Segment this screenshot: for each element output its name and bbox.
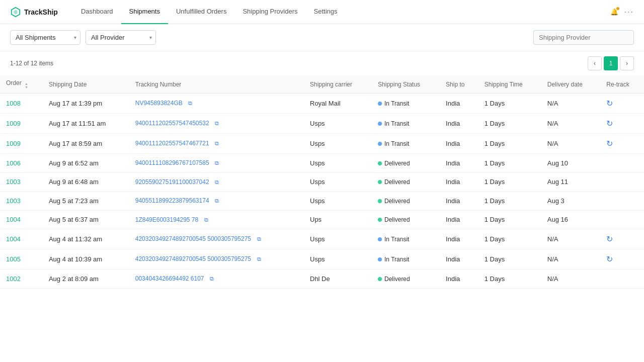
col-order: Order ▲ ▼ xyxy=(0,75,43,94)
cell-status-4: Delivered xyxy=(372,172,440,192)
nav-item-providers[interactable]: Shipping Providers xyxy=(234,0,305,24)
cell-order-2: 1009 xyxy=(0,134,43,154)
bell-button[interactable]: 🔔 xyxy=(610,8,618,16)
cell-carrier-7: Usps xyxy=(304,229,372,249)
order-link-1[interactable]: 1009 xyxy=(6,120,21,127)
cell-retrack-7: ↻ xyxy=(600,229,644,249)
copy-tracking-button-7[interactable]: ⧉ xyxy=(255,235,263,243)
cell-status-1: In Transit xyxy=(372,114,440,134)
status-badge-5: Delivered xyxy=(378,198,410,205)
tracking-link-9[interactable]: 0034043426694492 6107 xyxy=(135,275,204,282)
retrack-button-2[interactable]: ↻ xyxy=(606,139,613,148)
tracking-link-6[interactable]: 1Z849E6003194295 78 xyxy=(135,216,198,223)
status-label-6: Delivered xyxy=(384,216,410,223)
status-dot-0 xyxy=(378,102,382,106)
tracking-link-7[interactable]: 420320349274892700545 5000305795275 xyxy=(135,235,251,242)
col-shipping-date: Shipping Date xyxy=(43,75,129,94)
cell-time-3: 1 Days xyxy=(478,154,541,173)
nav-item-unfulfilled[interactable]: Unfulfilled Orders xyxy=(168,0,234,24)
cell-time-9: 1 Days xyxy=(478,269,541,289)
copy-tracking-button-8[interactable]: ⧉ xyxy=(255,255,263,263)
tracking-link-1[interactable]: 9400111202557547450532 xyxy=(135,120,209,127)
tracking-link-2[interactable]: 9400111202557547467721 xyxy=(135,140,209,147)
copy-tracking-button-9[interactable]: ⧉ xyxy=(208,275,216,283)
col-delivery-date: Delivery date xyxy=(541,75,601,94)
table-row: 1004 Aug 5 at 6:37 am 1Z849E6003194295 7… xyxy=(0,210,644,229)
cell-carrier-6: Ups xyxy=(304,210,372,229)
order-link-5[interactable]: 1003 xyxy=(6,197,21,205)
table-row: 1003 Aug 9 at 6:48 am 920559027519110003… xyxy=(0,172,644,192)
order-link-2[interactable]: 1009 xyxy=(6,140,21,147)
shipment-filter-select[interactable]: All Shipments In Transit Delivered xyxy=(10,30,80,45)
status-label-1: In Transit xyxy=(384,120,409,127)
tracking-link-5[interactable]: 9405511899223879563174 xyxy=(135,197,209,204)
prev-page-button[interactable]: ‹ xyxy=(588,56,602,70)
cell-carrier-8: Usps xyxy=(304,249,372,269)
tracking-link-0[interactable]: NV945893824GB xyxy=(135,100,183,107)
retrack-button-7[interactable]: ↻ xyxy=(606,234,613,244)
order-sort-icon[interactable]: ▲ ▼ xyxy=(25,82,28,89)
order-link-7[interactable]: 1004 xyxy=(6,235,21,243)
status-dot-2 xyxy=(378,142,382,146)
cell-date-9: Aug 2 at 8:09 am xyxy=(43,269,129,289)
col-carrier: Shipping carrier xyxy=(304,75,372,94)
cell-status-3: Delivered xyxy=(372,154,440,173)
nav-item-dashboard[interactable]: Dashboard xyxy=(73,0,121,24)
status-dot-8 xyxy=(378,257,382,261)
table-row: 1009 Aug 17 at 11:51 am 9400111202557547… xyxy=(0,114,644,134)
cell-date-7: Aug 4 at 11:32 am xyxy=(43,229,129,249)
copy-tracking-button-1[interactable]: ⧉ xyxy=(213,120,221,128)
tracking-link-3[interactable]: 9400111108296767107585 xyxy=(135,159,209,166)
table-row: 1004 Aug 4 at 11:32 am 42032034927489270… xyxy=(0,229,644,249)
nav-item-shipments[interactable]: Shipments xyxy=(121,0,168,24)
more-button[interactable]: ··· xyxy=(624,8,634,17)
status-label-7: In Transit xyxy=(384,236,409,243)
shipping-provider-search[interactable] xyxy=(533,30,634,45)
order-link-0[interactable]: 1008 xyxy=(6,100,21,107)
copy-tracking-button-5[interactable]: ⧉ xyxy=(213,197,221,205)
cell-delivery-2: N/A xyxy=(541,134,601,154)
cell-shipto-2: India xyxy=(440,134,478,154)
cell-carrier-1: Usps xyxy=(304,114,372,134)
status-dot-5 xyxy=(378,199,382,203)
app-name: TrackShip xyxy=(24,8,58,16)
retrack-button-0[interactable]: ↻ xyxy=(606,99,613,108)
cell-order-3: 1006 xyxy=(0,154,43,173)
cell-shipto-3: India xyxy=(440,154,478,173)
cell-tracking-3: 9400111108296767107585 ⧉ xyxy=(129,154,304,173)
retrack-button-8[interactable]: ↻ xyxy=(606,254,613,264)
cell-order-5: 1003 xyxy=(0,192,43,211)
next-page-button[interactable]: › xyxy=(620,56,634,70)
cell-tracking-8: 420320349274892700545 5000305795275 ⧉ xyxy=(129,249,304,269)
order-link-8[interactable]: 1005 xyxy=(6,255,21,263)
nav-item-settings[interactable]: Settings xyxy=(306,0,346,24)
col-ship-to: Ship to xyxy=(440,75,478,94)
pagination-bar: 1-12 of 12 items ‹ 1 › xyxy=(0,51,644,75)
cell-time-5: 1 Days xyxy=(478,192,541,211)
cell-retrack-6 xyxy=(600,210,644,229)
order-link-6[interactable]: 1004 xyxy=(6,216,21,223)
copy-tracking-button-0[interactable]: ⧉ xyxy=(186,100,194,108)
copy-tracking-button-6[interactable]: ⧉ xyxy=(202,216,210,224)
order-link-3[interactable]: 1006 xyxy=(6,159,21,167)
status-dot-3 xyxy=(378,161,382,165)
cell-carrier-9: Dhl De xyxy=(304,269,372,289)
order-link-9[interactable]: 1002 xyxy=(6,275,21,283)
page-1-button[interactable]: 1 xyxy=(604,56,618,70)
provider-filter-wrapper: All Provider USPS UPS Royal Mail DHL ▾ xyxy=(86,30,156,45)
cell-carrier-3: Usps xyxy=(304,154,372,173)
order-link-4[interactable]: 1003 xyxy=(6,178,21,186)
toolbar: All Shipments In Transit Delivered ▾ All… xyxy=(0,24,644,51)
provider-filter-select[interactable]: All Provider USPS UPS Royal Mail DHL xyxy=(86,30,156,45)
copy-tracking-button-2[interactable]: ⧉ xyxy=(213,140,221,148)
table-row: 1003 Aug 5 at 7:23 am 940551189922387956… xyxy=(0,192,644,211)
col-shipping-time: Shipping Time xyxy=(478,75,541,94)
cell-status-9: Delivered xyxy=(372,269,440,289)
copy-tracking-button-3[interactable]: ⧉ xyxy=(213,159,221,167)
tracking-link-8[interactable]: 420320349274892700545 5000305795275 xyxy=(135,255,251,262)
tracking-link-4[interactable]: 9205590275191100037042 xyxy=(135,178,209,186)
copy-tracking-button-4[interactable]: ⧉ xyxy=(213,178,221,186)
cell-delivery-7: N/A xyxy=(541,229,601,249)
col-tracking-number: Tracking Number xyxy=(129,75,304,94)
retrack-button-1[interactable]: ↻ xyxy=(606,119,613,128)
